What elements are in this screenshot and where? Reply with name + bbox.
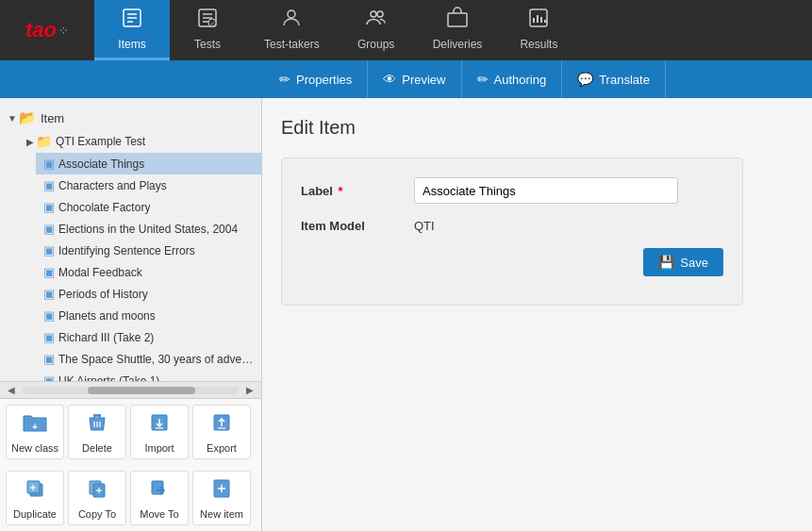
- delete-icon: [86, 411, 108, 440]
- tree-root-label: Item: [41, 111, 64, 125]
- tree-item-3[interactable]: ▣ Elections in the United States, 2004: [36, 218, 261, 240]
- import-button[interactable]: Import: [130, 405, 189, 459]
- content-area: Edit Item Label * Item Model QTI 💾 Save: [262, 98, 812, 531]
- nav-label-items: Items: [118, 38, 145, 51]
- tree-item-2[interactable]: ▣ Chocolate Factory: [36, 196, 261, 218]
- copy-to-icon: [86, 477, 108, 506]
- tree-item-0[interactable]: ▣ Associate Things: [36, 153, 261, 174]
- save-button[interactable]: 💾 Save: [643, 248, 723, 276]
- nav-label-deliveries: Deliveries: [433, 38, 483, 51]
- nav-label-results: Results: [520, 38, 557, 51]
- tree-item-7[interactable]: ▣ Planets and moons: [36, 305, 261, 326]
- new-item-button[interactable]: New item: [192, 471, 251, 525]
- nav-item-test-takers[interactable]: Test-takers: [245, 0, 339, 60]
- tree-item-label-4: Identifying Sentence Errors: [58, 244, 195, 257]
- tree-item-1[interactable]: ▣ Characters and Plays: [36, 174, 261, 196]
- page-title: Edit Item: [281, 117, 793, 139]
- svg-text:+: +: [32, 422, 38, 432]
- new-class-button[interactable]: + New class: [6, 405, 64, 459]
- tree-item-10[interactable]: ▣ UK Airports (Take 1): [36, 370, 261, 381]
- svg-text:✓: ✓: [210, 21, 215, 26]
- scroll-left-arrow[interactable]: ◀: [4, 385, 19, 395]
- properties-icon: ✏: [279, 72, 290, 87]
- group-chevron-icon: ▶: [26, 137, 34, 147]
- sub-nav-preview[interactable]: 👁 Preview: [368, 60, 461, 98]
- horizontal-scrollbar[interactable]: ◀ ▶: [0, 381, 261, 398]
- delete-label: Delete: [82, 442, 112, 454]
- label-text: Label: [301, 184, 333, 198]
- label-input[interactable]: [414, 177, 678, 204]
- scroll-thumb: [88, 387, 196, 394]
- test-takers-icon: [280, 7, 303, 35]
- groups-icon: [365, 7, 388, 35]
- tree-item-label-5: Modal Feedback: [58, 266, 142, 279]
- move-to-button[interactable]: Move To: [130, 471, 189, 525]
- export-button[interactable]: Export: [192, 405, 251, 459]
- tree-item-9[interactable]: ▣ The Space Shuttle, 30 years of adventu…: [36, 348, 261, 370]
- export-label: Export: [207, 442, 237, 454]
- sub-nav-preview-label: Preview: [402, 73, 445, 87]
- tree-container[interactable]: ▼ 📂 Item ▶ 📁 QTI Example Test ▣ Associat…: [0, 98, 261, 381]
- sub-nav-properties[interactable]: ✏ Properties: [264, 60, 368, 98]
- save-disk-icon: 💾: [658, 255, 674, 270]
- tree-item-5[interactable]: ▣ Modal Feedback: [36, 261, 261, 283]
- nav-label-groups: Groups: [357, 38, 394, 51]
- item-model-label: Item Model: [301, 219, 414, 233]
- nav-item-tests[interactable]: ✓ Tests: [170, 0, 245, 60]
- tree-group-label: QTI Example Test: [56, 135, 145, 148]
- sub-nav-translate[interactable]: 💬 Translate: [562, 60, 666, 98]
- label-row: Label *: [301, 177, 723, 204]
- svg-point-12: [377, 11, 383, 17]
- item-doc-icon-9: ▣: [43, 352, 55, 366]
- save-button-label: Save: [680, 256, 708, 270]
- copy-to-button[interactable]: Copy To: [68, 471, 126, 525]
- translate-icon: 💬: [577, 72, 593, 87]
- import-label: Import: [144, 442, 174, 454]
- tree-item-label-10: UK Airports (Take 1): [58, 374, 159, 382]
- sub-nav-translate-label: Translate: [599, 73, 650, 87]
- nav-item-results[interactable]: Results: [501, 0, 576, 60]
- delete-button[interactable]: Delete: [68, 405, 126, 459]
- scroll-right-arrow[interactable]: ▶: [242, 385, 257, 395]
- duplicate-button[interactable]: Duplicate: [6, 471, 64, 525]
- item-model-row: Item Model QTI: [301, 219, 723, 233]
- toolbar-row2: Duplicate Copy To: [0, 465, 261, 531]
- tree-item-4[interactable]: ▣ Identifying Sentence Errors: [36, 240, 261, 261]
- svg-rect-13: [448, 13, 467, 26]
- toolbar-row1: + New class Delete: [0, 398, 261, 465]
- tree-item-8[interactable]: ▣ Richard III (Take 2): [36, 326, 261, 348]
- scroll-track[interactable]: [23, 387, 239, 394]
- tree-group-qti[interactable]: ▶ 📁 QTI Example Test: [19, 130, 261, 153]
- item-doc-icon-6: ▣: [43, 287, 55, 301]
- tree-group-container: ▶ 📁 QTI Example Test ▣ Associate Things …: [0, 130, 261, 381]
- nav-label-test-takers: Test-takers: [264, 38, 320, 51]
- sub-nav-properties-label: Properties: [296, 73, 352, 87]
- new-item-label: New item: [200, 508, 243, 520]
- items-icon: [121, 7, 143, 35]
- item-model-value: QTI: [414, 219, 435, 233]
- logo-text: tao: [25, 18, 57, 42]
- move-to-label: Move To: [140, 508, 178, 520]
- tree-item-label-9: The Space Shuttle, 30 years of adventur: [58, 353, 254, 366]
- nav-item-groups[interactable]: Groups: [339, 0, 414, 60]
- tree-item-label-3: Elections in the United States, 2004: [58, 223, 238, 236]
- logo-dots: ⁘: [58, 24, 69, 38]
- tree-item-6[interactable]: ▣ Periods of History: [36, 283, 261, 305]
- sub-nav-authoring-label: Authoring: [494, 73, 547, 87]
- item-doc-icon-7: ▣: [43, 308, 55, 323]
- tree-root-item[interactable]: ▼ 📂 Item: [0, 106, 261, 130]
- sub-navigation: ✏ Properties 👁 Preview ✏ Authoring 💬 Tra…: [0, 60, 812, 98]
- sub-nav-authoring[interactable]: ✏ Authoring: [462, 60, 563, 98]
- export-icon: [210, 411, 233, 440]
- main-layout: ▼ 📂 Item ▶ 📁 QTI Example Test ▣ Associat…: [0, 98, 812, 531]
- tree-item-label-0: Associate Things: [58, 158, 144, 171]
- nav-item-deliveries[interactable]: Deliveries: [414, 0, 502, 60]
- duplicate-label: Duplicate: [13, 508, 57, 520]
- item-doc-icon-5: ▣: [43, 265, 55, 279]
- nav-item-items[interactable]: Items: [94, 0, 170, 60]
- item-doc-icon-3: ▣: [43, 222, 55, 236]
- tree-item-label-2: Chocolate Factory: [58, 201, 150, 214]
- item-doc-icon-1: ▣: [43, 178, 55, 192]
- item-doc-icon-8: ▣: [43, 330, 55, 344]
- edit-form: Label * Item Model QTI 💾 Save: [281, 158, 743, 306]
